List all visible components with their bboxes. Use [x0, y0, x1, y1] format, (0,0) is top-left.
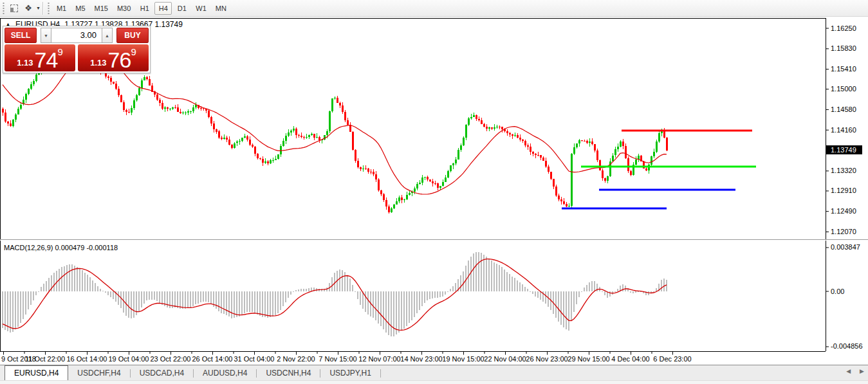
price-axis-label: 1.15410	[831, 65, 856, 73]
timeframe-button-d1[interactable]: D1	[173, 2, 190, 15]
timeframe-button-w1[interactable]: W1	[192, 2, 210, 15]
buy-quote-button[interactable]: 1.13769	[78, 44, 149, 71]
timeframe-button-h1[interactable]: H1	[136, 2, 153, 15]
price-axis-label: 1.12070	[831, 228, 856, 235]
macd-axis-label: 0.003847	[831, 243, 860, 251]
timeframe-button-h4[interactable]: H4	[154, 2, 172, 15]
chart-tab-eurusd[interactable]: EURUSD,H4	[5, 365, 68, 380]
chart-tab-usdchf[interactable]: USDCHF,H4	[68, 366, 129, 380]
chevron-down-icon[interactable]: ▼	[36, 6, 41, 10]
time-axis-label: 7 Nov 15:00	[319, 355, 356, 363]
price-axis-label: 1.15830	[831, 44, 856, 52]
volume-decrease-button[interactable]: ▼	[41, 28, 51, 42]
sell-quote-button[interactable]: 1.13749	[5, 44, 75, 71]
tab-separator	[380, 369, 381, 378]
mt4-terminal: { "toolbar": { "icons": [ { "name": "cha…	[0, 0, 868, 384]
timeframe-button-mn[interactable]: MN	[212, 2, 230, 15]
arrange-charts-icon[interactable]: ❖	[21, 2, 35, 15]
time-axis-label: 26 Oct 14:00	[192, 355, 233, 363]
chart-tab-usdjpy[interactable]: USDJPY,H1	[320, 366, 380, 380]
time-axis-label: 26 Nov 23:00	[526, 355, 568, 363]
chart-tab-usdcnh[interactable]: USDCNH,H4	[257, 366, 320, 380]
timeframe-buttons: M1M5M15M30H1H4D1W1MN	[52, 2, 231, 15]
price-axis-label: 1.16250	[831, 24, 856, 32]
price-axis-label: 1.14580	[831, 105, 856, 113]
timeframe-button-m5[interactable]: M5	[71, 2, 89, 15]
price-axis-label: 1.15000	[831, 85, 856, 93]
volume-increase-button[interactable]: ▲	[102, 28, 112, 42]
buy-button[interactable]: BUY	[116, 28, 149, 43]
macd-axis-label: 0.00	[831, 288, 844, 295]
tab-scroll-left-icon[interactable]: ◀	[846, 368, 851, 374]
time-axis-label: 19 Nov 15:00	[442, 355, 484, 363]
toolbar-grip-2[interactable]	[47, 3, 50, 14]
chart-tab-audusd[interactable]: AUDUSD,H4	[194, 366, 256, 380]
time-axis-label: 14 Nov 23:00	[400, 355, 442, 363]
tab-scroll-buttons: ◀ ▶	[846, 368, 864, 374]
price-axis-label: 1.14160	[831, 126, 856, 134]
time-axis-label: 12 Nov 07:00	[358, 355, 400, 363]
time-axis-label: 4 Dec 04:00	[611, 355, 649, 363]
time-axis-label: 16 Oct 14:00	[67, 355, 107, 363]
current-price-tag: 1.13749	[826, 145, 862, 154]
volume-stepper: ▼ 3.00 ▲	[41, 28, 113, 43]
chart-tab-usdcad[interactable]: USDCAD,H4	[131, 366, 193, 380]
time-axis-label: 19 Oct 04:00	[109, 355, 149, 363]
status-strip	[0, 380, 868, 384]
tab-scroll-right-icon[interactable]: ▶	[860, 368, 864, 374]
price-axis-label: 1.12910	[831, 187, 856, 194]
time-axis-label: 23 Oct 22:00	[151, 355, 191, 363]
toolbar-grip[interactable]	[2, 3, 5, 14]
time-axis-label: 31 Oct 04:00	[234, 355, 275, 363]
time-axis-label: 11 Oct 22:00	[25, 355, 65, 363]
timeframe-button-m1[interactable]: M1	[53, 2, 70, 15]
time-axis-label: 6 Dec 23:00	[653, 355, 691, 363]
toolbar-separator	[42, 2, 43, 15]
macd-axis-label: -0.004856	[831, 342, 863, 350]
time-axis-label: 22 Nov 04:00	[484, 355, 526, 363]
toolbar: ❖ ▼ M1M5M15M30H1H4D1W1MN	[0, 0, 868, 17]
timeframe-button-m30[interactable]: M30	[113, 2, 134, 15]
time-axis-label: 29 Nov 15:00	[568, 355, 609, 363]
price-axis-label: 1.13320	[831, 167, 856, 174]
one-click-trading-panel: SELL ▼ 3.00 ▲ BUY 1.13749 1.13769	[3, 26, 151, 73]
timeframe-button-m15[interactable]: M15	[91, 2, 112, 15]
chart-shift-icon[interactable]	[7, 2, 21, 15]
volume-input[interactable]: 3.00	[51, 28, 102, 42]
sell-button[interactable]: SELL	[5, 28, 37, 43]
price-axis-label: 1.12490	[831, 207, 856, 215]
chart-tab-bar: EURUSD,H4USDCHF,H4USDCAD,H4AUDUSD,H4USDC…	[0, 365, 868, 380]
time-axis-label: 2 Nov 22:00	[277, 355, 315, 363]
macd-indicator-label: MACD(12,26,9) 0.000479 -0.000118	[4, 244, 118, 251]
chart-window[interactable]: ▲ EURUSD,H4 1.13727 1.13828 1.13667 1.13…	[0, 17, 868, 365]
